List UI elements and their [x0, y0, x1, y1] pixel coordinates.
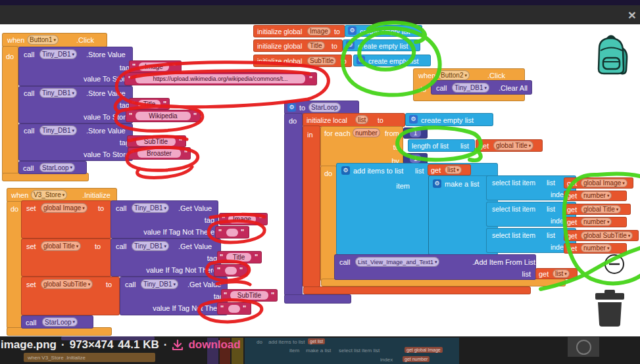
- dropdown-tinydb[interactable]: Tiny_DB1▾: [132, 241, 169, 251]
- text-block-empty-3[interactable]: " ": [217, 302, 251, 315]
- block-procedure-foot[interactable]: [284, 294, 351, 304]
- dropdown-list[interactable]: list▾: [445, 166, 462, 174]
- text-block-empty-2[interactable]: " ": [214, 264, 248, 277]
- block-init-global-title[interactable]: initialize global Title to: [253, 39, 343, 52]
- block-get-list-1[interactable]: get list▾: [428, 164, 471, 175]
- text-block-url[interactable]: " https://upload.wikimedia.org/wikipedia…: [124, 72, 317, 85]
- text-block-subtitle-tag[interactable]: " SubTitle ": [127, 135, 186, 147]
- block-get-global-title[interactable]: get global Title▾: [476, 139, 543, 152]
- field-procedure-name[interactable]: StarLoop: [308, 102, 341, 112]
- block-length-of-list[interactable]: length of list list: [408, 139, 475, 152]
- dropdown-global-title[interactable]: global Title▾: [41, 241, 81, 251]
- gear-icon[interactable]: ⚙: [433, 179, 441, 188]
- block-clear-all[interactable]: call Tiny_DB1▾ .Clear All: [431, 80, 532, 95]
- dropdown-global-image[interactable]: global Image▾: [41, 203, 87, 213]
- gear-icon[interactable]: ⚙: [346, 41, 355, 49]
- gear-icon[interactable]: ⚙: [357, 56, 365, 64]
- block-get-global-image[interactable]: get global Image▾: [564, 177, 633, 189]
- dropdown-tinydb[interactable]: Tiny_DB1▾: [39, 49, 77, 59]
- download-icon[interactable]: [172, 340, 184, 351]
- block-select-list-item-3[interactable]: select list item list index: [486, 228, 576, 253]
- field-image[interactable]: Image: [307, 27, 331, 35]
- block-get-list-2[interactable]: get list▾: [535, 268, 578, 279]
- block-create-empty-list-3[interactable]: ⚙ create empty list: [353, 55, 431, 66]
- block-when-v3store-spine[interactable]: do: [7, 201, 22, 329]
- dropdown-tinydb[interactable]: Tiny_DB1▾: [39, 125, 77, 135]
- text-block-wikipedia[interactable]: " Wikipedia ": [126, 110, 201, 122]
- number-value[interactable]: 1: [410, 129, 421, 137]
- gear-icon[interactable]: ⚙: [409, 115, 418, 124]
- gear-icon[interactable]: ⚙: [287, 103, 296, 112]
- text-value[interactable]: SubTitle: [230, 291, 268, 300]
- dropdown-starloop[interactable]: StarLoop▾: [39, 163, 75, 172]
- block-init-local-spine[interactable]: in: [303, 125, 320, 287]
- block-get-number-1[interactable]: get number▾: [564, 191, 627, 201]
- field-list[interactable]: list: [355, 115, 368, 124]
- gear-icon[interactable]: ⚙: [348, 26, 357, 35]
- block-call-starloop-2[interactable]: call StarLoop▾: [21, 315, 93, 329]
- dropdown-global-subtitle[interactable]: global SubTitle▾: [41, 279, 93, 289]
- dropdown-tinydb[interactable]: Tiny_DB1▾: [39, 88, 77, 98]
- dropdown-number[interactable]: number▾: [581, 217, 612, 226]
- text-block-image-tag-2[interactable]: " Image ": [219, 213, 268, 225]
- text-block-title-tag-2[interactable]: " Title ": [217, 251, 262, 263]
- dropdown-starloop[interactable]: StarLoop▾: [42, 317, 78, 327]
- dropdown-button2[interactable]: Button2▾: [438, 70, 470, 80]
- block-get-number-2[interactable]: get number▾: [564, 217, 627, 227]
- text-value[interactable]: Broaster: [137, 149, 181, 158]
- close-icon[interactable]: ×: [628, 7, 636, 23]
- text-value[interactable]: Title: [138, 100, 160, 108]
- field-title[interactable]: Title: [307, 41, 325, 50]
- number-value[interactable]: 1: [410, 154, 421, 163]
- text-block-image-tag[interactable]: " Image ": [129, 60, 182, 73]
- block-listview-add-item[interactable]: call List_View_Image_and_Text1▾ .Add Ite…: [334, 254, 536, 280]
- dropdown-list[interactable]: list▾: [553, 269, 570, 278]
- dropdown-tinydb[interactable]: Tiny_DB1▾: [132, 203, 169, 213]
- backpack-icon[interactable]: [590, 33, 632, 79]
- text-value[interactable]: Image: [228, 215, 256, 223]
- block-call-starloop[interactable]: call StarLoop▾: [18, 161, 87, 174]
- text-block-title-tag[interactable]: " Title ": [129, 98, 170, 110]
- block-when-button1[interactable]: when Button1▾ .Click: [2, 33, 107, 47]
- block-set-global-title[interactable]: set global Title▾ to: [21, 239, 112, 277]
- text-value[interactable]: [225, 267, 237, 275]
- block-getvalue-title[interactable]: call Tiny_DB1▾ .Get Value tag value If T…: [111, 239, 221, 277]
- text-value[interactable]: https://upload.wikimedia.org/wikipedia/c…: [135, 74, 305, 83]
- number-block-from[interactable]: 1: [403, 127, 428, 139]
- trash-icon[interactable]: [594, 290, 626, 328]
- zoom-out-icon[interactable]: [602, 252, 627, 277]
- text-value[interactable]: [228, 305, 240, 313]
- block-storevalue-image[interactable]: call Tiny_DB1▾ .Store Value tag value To…: [18, 47, 133, 86]
- gear-icon[interactable]: ⚙: [341, 166, 350, 175]
- block-init-global-image[interactable]: initialize global Image to: [253, 25, 345, 37]
- block-getvalue-image[interactable]: call Tiny_DB1▾ .Get Value tag value If T…: [111, 200, 218, 239]
- block-init-local-list[interactable]: initialize local list to: [303, 113, 405, 127]
- block-getvalue-subtitle[interactable]: call Tiny_DB1▾ .Get Value tag value If T…: [120, 277, 228, 315]
- dropdown-listview[interactable]: List_View_Image_and_Text1▾: [355, 257, 439, 267]
- dropdown-global-title[interactable]: global Title▾: [493, 141, 533, 150]
- field-number[interactable]: number: [353, 128, 380, 137]
- block-for-each[interactable]: for each number from to by: [320, 126, 403, 167]
- block-get-global-title-2[interactable]: get global Title▾: [564, 204, 631, 215]
- dropdown-tinydb[interactable]: Tiny_DB1▾: [452, 83, 489, 93]
- text-value[interactable]: Title: [226, 253, 251, 262]
- dropdown-global-title[interactable]: global Title▾: [581, 205, 621, 214]
- block-storevalue-title[interactable]: call Tiny_DB1▾ .Store Value tag value To…: [18, 86, 133, 124]
- dropdown-button1[interactable]: Button1▾: [27, 35, 59, 45]
- text-value[interactable]: Wikipedia: [135, 112, 191, 120]
- dropdown-global-subtitle[interactable]: global SubTitle▾: [581, 231, 633, 240]
- block-create-empty-list-4[interactable]: ⚙ create empty list: [405, 113, 493, 126]
- dropdown-global-image[interactable]: global Image▾: [581, 179, 628, 187]
- block-procedure-starloop[interactable]: ⚙ to StarLoop: [284, 101, 359, 114]
- block-set-global-subtitle[interactable]: set global SubTitle▾ to: [21, 277, 120, 315]
- text-block-empty-1[interactable]: " ": [215, 226, 249, 239]
- download-link[interactable]: download: [188, 338, 240, 352]
- block-get-global-subtitle[interactable]: get global SubTitle▾: [564, 230, 639, 241]
- block-when-button1-spine[interactable]: do: [2, 46, 18, 175]
- text-block-subtitle-tag-2[interactable]: " SubTitle ": [221, 289, 278, 302]
- field-subtitle[interactable]: SubTitle: [307, 57, 336, 65]
- block-init-global-subtitle[interactable]: initialize global SubTitle to: [253, 55, 352, 67]
- block-create-empty-list-1[interactable]: ⚙ create empty list: [345, 25, 422, 37]
- text-value[interactable]: SubTitle: [136, 137, 176, 146]
- dropdown-number[interactable]: number▾: [581, 191, 612, 200]
